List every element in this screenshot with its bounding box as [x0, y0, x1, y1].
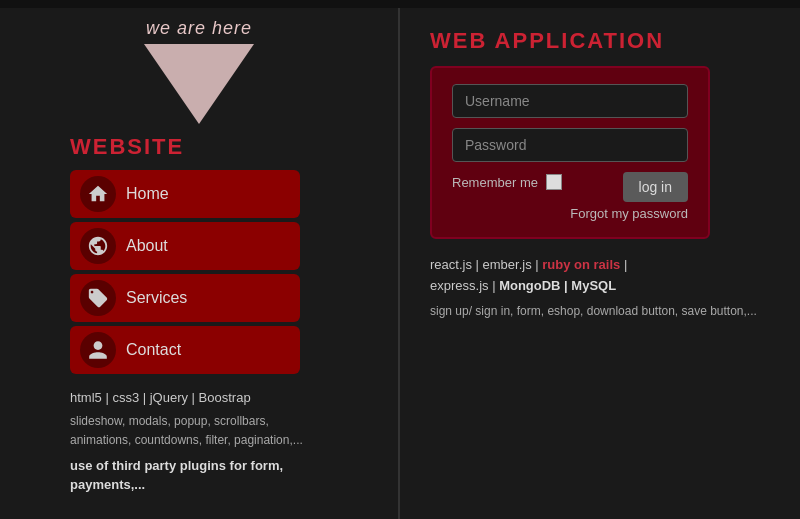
expressjs-label: express.js |: [430, 278, 499, 293]
we-are-here-section: we are here: [144, 18, 254, 124]
we-are-here-text: we are here: [146, 18, 252, 39]
remember-checkbox[interactable]: [546, 174, 562, 190]
nav-services-label: Services: [126, 289, 187, 307]
nav-home[interactable]: Home: [70, 170, 300, 218]
tech-stack-right: react.js | ember.js | ruby on rails | ex…: [430, 255, 780, 297]
right-panel: WEB APPLICATION Remember me log in Forgo…: [400, 8, 800, 519]
reactjs-label: react.js | ember.js |: [430, 257, 542, 272]
tech-stack-primary: html5 | css3 | jQuery | Boostrap: [70, 388, 328, 408]
tag-icon: [80, 280, 116, 316]
mongodb-mysql-label: MongoDB | MySQL: [499, 278, 616, 293]
nav-about[interactable]: About: [70, 222, 300, 270]
tech-stack-left: html5 | css3 | jQuery | Boostrap slidesh…: [70, 388, 328, 495]
home-icon: [80, 176, 116, 212]
top-bar: [0, 0, 800, 8]
main-content: we are here WEBSITE Home About: [0, 8, 800, 519]
nav-about-label: About: [126, 237, 168, 255]
forgot-password-link[interactable]: Forgot my password: [452, 206, 688, 221]
pipe-label: |: [620, 257, 627, 272]
tech-line1: html5 | css3 | jQuery | Boostrap: [70, 390, 251, 405]
tech-stack-highlight: use of third party plugins for form, pay…: [70, 456, 328, 495]
remember-and-btn-row: Remember me log in: [452, 172, 688, 202]
remember-row: Remember me: [452, 174, 562, 190]
website-title: WEBSITE: [70, 134, 184, 160]
nav-contact[interactable]: Contact: [70, 326, 300, 374]
nav-home-label: Home: [126, 185, 169, 203]
log-in-button[interactable]: log in: [623, 172, 688, 202]
nav-contact-label: Contact: [126, 341, 181, 359]
login-box: Remember me log in Forgot my password: [430, 66, 710, 239]
nav-services[interactable]: Services: [70, 274, 300, 322]
globe-icon: [80, 228, 116, 264]
left-panel: we are here WEBSITE Home About: [0, 8, 400, 519]
password-input[interactable]: [452, 128, 688, 162]
tech-line-right-1: react.js | ember.js | ruby on rails |: [430, 255, 780, 276]
nav-menu: Home About Services: [70, 170, 328, 374]
person-icon: [80, 332, 116, 368]
web-app-title: WEB APPLICATION: [430, 28, 780, 54]
tech-line-right-2: express.js | MongoDB | MySQL: [430, 276, 780, 297]
triangle-icon: [144, 44, 254, 124]
ruby-on-rails-label: ruby on rails: [542, 257, 620, 272]
tech-desc-right: sign up/ sign in, form, eshop, download …: [430, 301, 780, 321]
tech-stack-desc: slideshow, modals, popup, scrollbars, an…: [70, 412, 328, 450]
username-input[interactable]: [452, 84, 688, 118]
remember-me-label: Remember me: [452, 175, 538, 190]
